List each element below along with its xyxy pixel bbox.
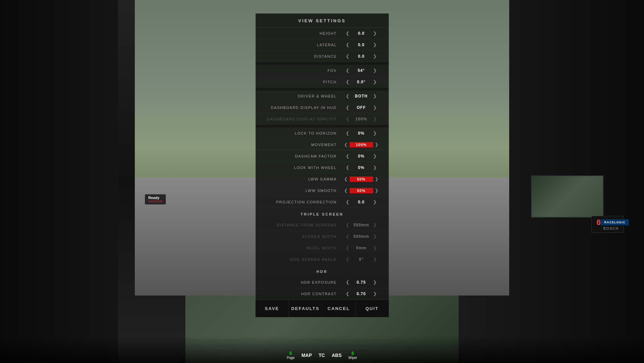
arrow-left-lww-smooth[interactable]: ❮ <box>342 187 349 194</box>
label-dashboard-opacity: DASHBOARD DISPLAY OPACITY <box>261 117 339 121</box>
hud-map: MAP <box>301 353 312 358</box>
hud-map-num: MAP <box>301 353 312 358</box>
arrow-left-lock-horizon[interactable]: ❮ <box>344 130 351 136</box>
racelogic-text: RACELOGIC <box>604 221 625 224</box>
arrow-left-distance[interactable]: ❮ <box>344 53 351 59</box>
arrow-left-pitch[interactable]: ❮ <box>344 79 351 85</box>
ready-badge: Ready MONITOR <box>145 194 166 204</box>
value-side-angle: 0° <box>351 257 371 262</box>
value-hdr-exposure: 0.75 <box>351 280 371 285</box>
label-height: HEIGHT <box>261 31 339 35</box>
hud-page-label: Page <box>287 356 295 360</box>
setting-row-lateral: LATERAL ❮ 0.0 ❯ <box>255 39 389 51</box>
controls-fov: ❮ 54° ❯ <box>339 67 383 74</box>
hud-abs-num: ABS <box>332 353 342 358</box>
arrow-right-pitch[interactable]: ❯ <box>371 79 378 85</box>
cancel-button[interactable]: CANCEL <box>322 300 356 317</box>
setting-row-side-angle: SIDE SCREEN ANGLE ❮ 0° ❯ <box>255 254 389 265</box>
right-monitor-inner <box>532 176 603 217</box>
arrow-left-movement[interactable]: ❮ <box>342 141 349 148</box>
arrow-left-lateral[interactable]: ❮ <box>344 41 351 48</box>
arrow-right-lateral[interactable]: ❯ <box>371 41 378 48</box>
controls-lateral: ❮ 0.0 ❯ <box>339 41 383 48</box>
controls-pitch: ❮ 0.0° ❯ <box>339 79 383 85</box>
arrow-left-dashboard-hud[interactable]: ❮ <box>344 104 351 111</box>
arrow-right-bezel-width: ❯ <box>371 245 378 251</box>
setting-row-dashboard-hud: DASHBOARD DISPLAY IN HUD ❮ OFF ❯ <box>255 102 389 113</box>
arrow-right-dashcam[interactable]: ❯ <box>371 153 378 159</box>
arrow-right-lww-smooth[interactable]: ❯ <box>373 187 380 194</box>
hud-indicators: 6 Page MAP TC ABS 6 Wiper <box>287 351 357 360</box>
arrow-left-hdr-exposure[interactable]: ❮ <box>344 279 351 285</box>
arrow-right-lww-gamma[interactable]: ❯ <box>373 176 380 182</box>
value-height: 0.0 <box>351 31 371 36</box>
section-triple-screen: TRIPLE SCREEN <box>255 208 389 219</box>
value-lww-smooth: 50% <box>349 188 373 193</box>
hud-bottom: 6 Page MAP TC ABS 6 Wiper <box>0 336 644 363</box>
arrow-left-driver-wheel[interactable]: ❮ <box>344 93 351 99</box>
controls-side-angle: ❮ 0° ❯ <box>339 256 383 262</box>
quit-button[interactable]: QUIT <box>356 300 389 317</box>
setting-row-distance: DISTANCE ❮ 0.0 ❯ <box>255 51 389 62</box>
setting-row-movement: MOVEMENT ❮ 100% ❯ <box>255 139 389 150</box>
section-label-hdr: HDR <box>316 270 328 274</box>
value-movement: 100% <box>349 142 373 147</box>
setting-row-dashcam: DASHCAM FACTOR ❮ 0% ❯ <box>255 150 389 162</box>
bottom-buttons: SAVE DEFAULTS CANCEL QUIT <box>255 300 389 317</box>
arrow-left-height[interactable]: ❮ <box>344 30 351 36</box>
controls-hdr-contrast: ❮ 0.70 ❯ <box>339 290 383 297</box>
arrow-left-lww-gamma[interactable]: ❮ <box>342 176 349 182</box>
arrow-right-distance[interactable]: ❯ <box>371 53 378 59</box>
arrow-right-height[interactable]: ❯ <box>371 30 378 36</box>
value-fov: 54° <box>351 68 371 73</box>
setting-row-hdr-contrast: HDR CONTRAST ❮ 0.70 ❯ <box>255 288 389 300</box>
setting-row-pitch: PITCH ❮ 0.0° ❯ <box>255 76 389 88</box>
arrow-left-hdr-contrast[interactable]: ❮ <box>344 290 351 297</box>
setting-row-fov: FOV ❮ 54° ❯ <box>255 65 389 76</box>
arrow-right-hdr-exposure[interactable]: ❯ <box>371 279 378 285</box>
setting-row-dist-screens: DISTANCE FROM SCREENS ❮ 500mm ❯ <box>255 219 389 231</box>
settings-content: HEIGHT ❮ 0.0 ❯ LATERAL ❮ 0.0 ❯ DISTANCE … <box>255 28 389 300</box>
label-lww-smooth: LWW SMOOTH <box>261 189 339 193</box>
arrow-right-movement[interactable]: ❯ <box>373 141 380 148</box>
arrow-right-dashboard-hud[interactable]: ❯ <box>371 104 378 111</box>
separator-1 <box>255 62 389 65</box>
section-label-triple-screen: TRIPLE SCREEN <box>301 212 343 216</box>
section-hdr: HDR <box>255 265 389 277</box>
arrow-right-look-wheel[interactable]: ❯ <box>371 164 378 171</box>
arrow-left-fov[interactable]: ❮ <box>344 67 351 74</box>
hud-tc-num: TC <box>319 353 325 358</box>
arrow-right-lock-horizon[interactable]: ❯ <box>371 130 378 136</box>
controls-hdr-exposure: ❮ 0.75 ❯ <box>339 279 383 285</box>
label-distance: DISTANCE <box>261 54 339 58</box>
save-button[interactable]: SAVE <box>255 300 289 317</box>
label-lww-gamma: LWW GAMMA <box>261 177 339 181</box>
arrow-right-hdr-contrast[interactable]: ❯ <box>371 290 378 297</box>
label-hdr-exposure: HDR EXPOSURE <box>261 280 339 284</box>
value-look-wheel: 0% <box>351 165 371 170</box>
controls-driver-wheel: ❮ BOTH ❯ <box>339 93 383 99</box>
setting-row-lww-smooth: LWW SMOOTH ❮ 50% ❯ <box>255 185 389 196</box>
arrow-left-projection[interactable]: ❮ <box>344 199 351 205</box>
arrow-right-fov[interactable]: ❯ <box>371 67 378 74</box>
value-driver-wheel: BOTH <box>351 94 371 99</box>
value-distance: 0.0 <box>351 54 371 59</box>
defaults-button[interactable]: DEFAULTS <box>289 300 322 317</box>
label-lateral: LATERAL <box>261 43 339 47</box>
arrow-right-dashboard-opacity: ❯ <box>371 116 378 122</box>
setting-row-screen-width: SCREEN WIDTH ❮ 500mm ❯ <box>255 231 389 242</box>
setting-row-dashboard-opacity: DASHBOARD DISPLAY OPACITY ❮ 100% ❯ <box>255 113 389 125</box>
label-dashcam: DASHCAM FACTOR <box>261 154 339 158</box>
arrow-left-screen-width: ❮ <box>344 233 351 240</box>
arrow-right-projection[interactable]: ❯ <box>371 199 378 205</box>
arrow-left-look-wheel[interactable]: ❮ <box>344 164 351 171</box>
bosch-label: BOSCH <box>596 227 619 230</box>
setting-row-hdr-exposure: HDR EXPOSURE ❮ 0.75 ❯ <box>255 277 389 288</box>
arrow-left-dashcam[interactable]: ❮ <box>344 153 351 159</box>
value-lww-gamma: 50% <box>349 176 373 182</box>
value-dashcam: 0% <box>351 154 371 159</box>
setting-row-lock-horizon: LOCK TO HORIZON ❮ 0% ❯ <box>255 128 389 139</box>
setting-row-bezel-width: BEZEL WIDTH ❮ 0mm ❯ <box>255 242 389 254</box>
arrow-right-driver-wheel[interactable]: ❯ <box>371 93 378 99</box>
value-dashboard-hud: OFF <box>351 105 371 110</box>
